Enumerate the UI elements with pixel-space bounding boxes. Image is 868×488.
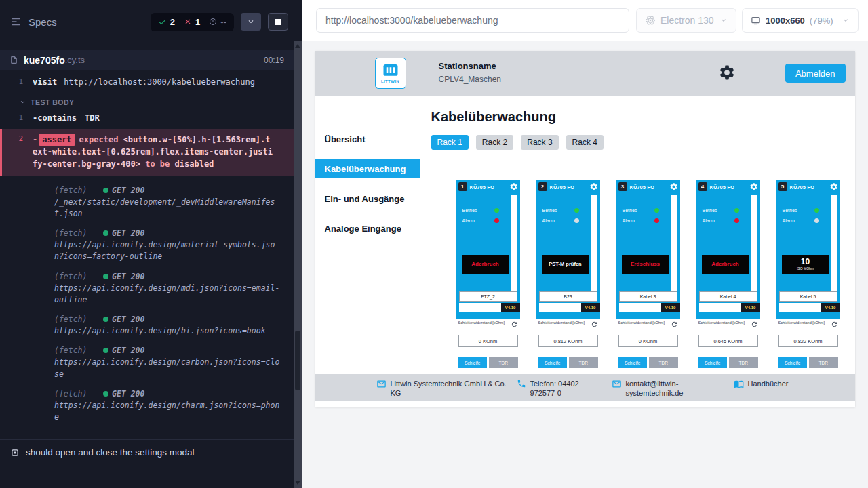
visit-command[interactable]: 1 visithttp://localhost:3000/kabelueberw… — [0, 75, 294, 90]
browser-name: Electron 130 — [660, 15, 714, 26]
fetch-entry[interactable]: (fetch)GET 200 https://api.iconify.desig… — [54, 314, 284, 337]
schleife-button[interactable]: Schleife — [458, 357, 488, 368]
level-bar — [591, 195, 597, 291]
fetch-status: GET 200 — [112, 272, 144, 281]
scroll-thumb[interactable] — [295, 331, 300, 390]
device-gear-icon[interactable] — [829, 182, 838, 191]
firmware-version: V4.19 — [581, 303, 600, 312]
logout-button[interactable]: Abmelden — [785, 64, 846, 83]
sidebar-item-ein-und-ausgaenge[interactable]: Ein- und Ausgänge — [315, 189, 420, 208]
rack-tabs: Rack 1 Rack 2 Rack 3 Rack 4 — [420, 125, 855, 150]
resistance-label: Schleifenwiderstand [kOhm] — [698, 321, 745, 325]
fetch-tag: (fetch) — [54, 228, 103, 238]
tdr-button[interactable]: TDR — [489, 357, 518, 368]
alarm-led — [574, 218, 579, 223]
betrieb-indicator: Betrieb — [783, 208, 819, 213]
line-number: 1 — [0, 113, 23, 124]
tab-rack-2[interactable]: Rack 2 — [476, 135, 513, 150]
tdr-button[interactable]: TDR — [729, 357, 758, 368]
specs-label[interactable]: Specs — [28, 16, 57, 28]
level-bar — [511, 195, 517, 291]
fetch-entry[interactable]: (fetch)GET 200 https://api.iconify.desig… — [54, 346, 284, 380]
status-dot-icon — [103, 348, 108, 353]
contains-command[interactable]: 1 -containsTDR — [0, 110, 294, 126]
device-gear-icon[interactable] — [509, 182, 518, 191]
schleife-button[interactable]: Schleife — [618, 357, 648, 368]
collapse-button[interactable] — [241, 13, 261, 30]
schleife-button[interactable]: Schleife — [778, 357, 808, 368]
tab-rack-1[interactable]: Rack 1 — [431, 135, 469, 150]
alarm-indicator: Alarm — [542, 218, 579, 223]
fetch-tag: (fetch) — [54, 346, 103, 355]
spec-duration: 00:19 — [264, 56, 284, 65]
fetch-entry[interactable]: (fetch)GET 200 https://api.iconify.desig… — [54, 272, 284, 306]
refresh-icon[interactable] — [831, 321, 838, 328]
scroll-up-arrow[interactable] — [295, 44, 300, 48]
device-card-2: 2 KÜ705-FO Betrieb Alarm PST-M prüfen B2… — [536, 180, 600, 374]
next-test-title: should open and close the settings modal — [26, 447, 194, 458]
refresh-icon[interactable] — [591, 321, 598, 328]
page-title: Kabelüberwachung — [420, 96, 855, 125]
refresh-icon[interactable] — [671, 321, 678, 328]
betrieb-indicator: Betrieb — [542, 208, 579, 213]
status-text: Aderbruch — [711, 261, 738, 267]
level-bar — [751, 195, 757, 291]
refresh-icon[interactable] — [751, 321, 758, 328]
firmware-version: V4.19 — [821, 303, 840, 312]
scroll-down-arrow[interactable] — [295, 481, 300, 485]
device-gear-icon[interactable] — [749, 182, 758, 191]
sidebar-item-kabelueberwachung[interactable]: Kabelüberwachung — [315, 159, 420, 178]
alarm-indicator: Alarm — [783, 218, 819, 223]
fetch-entry[interactable]: (fetch)GET 200 https://api.iconify.desig… — [54, 228, 284, 263]
reporter-scrollbar[interactable] — [294, 41, 302, 488]
viewport-size: 1000x660 — [766, 16, 805, 26]
assert-tobe: to be — [145, 159, 170, 169]
measurement-section: Schleifenwiderstand [kOhm] 0.812 KOhm Sc… — [536, 319, 600, 374]
browser-selector[interactable]: Electron 130 — [636, 8, 736, 33]
refresh-icon[interactable] — [511, 321, 518, 328]
line-number: 1 — [0, 77, 23, 88]
device-gear-icon[interactable] — [669, 182, 678, 191]
viewport-selector[interactable]: 1000x660 (79%) — [742, 8, 859, 33]
specs-menu-icon[interactable] — [9, 16, 22, 28]
command-name: visit — [33, 77, 57, 87]
resistance-label: Schleifenwiderstand [kOhm] — [778, 321, 825, 325]
betrieb-label: Betrieb — [462, 208, 477, 213]
spec-name[interactable]: kue705fo — [24, 55, 65, 66]
cypress-reporter-panel: Specs 2 1 -- kue705fo .cy — [0, 0, 302, 488]
resistance-label: Schleifenwiderstand [kOhm] — [618, 321, 665, 325]
schleife-button[interactable]: Schleife — [698, 357, 728, 368]
sidebar-item-uebersicht[interactable]: Übersicht — [315, 129, 420, 148]
fetch-status: GET 200 — [112, 186, 144, 195]
sidebar-item-analoge-eingaenge[interactable]: Analoge Eingänge — [315, 219, 420, 238]
device-gear-icon[interactable] — [589, 182, 598, 191]
schleife-button[interactable]: Schleife — [538, 357, 568, 368]
fetch-entry[interactable]: (fetch)GET 200 https://api.iconify.desig… — [54, 389, 284, 424]
tab-rack-3[interactable]: Rack 3 — [521, 135, 558, 150]
app-header: LITTWIN Stationsname CPLV4_Maschen Abmel… — [315, 51, 855, 96]
status-text: Aderbruch — [471, 261, 498, 267]
fetch-entry[interactable]: (fetch)GET 200 /_next/static/development… — [54, 186, 284, 220]
url-bar[interactable] — [316, 8, 629, 33]
stop-button[interactable] — [268, 13, 288, 30]
assert-expected: expected — [79, 135, 119, 144]
chevron-down-icon — [842, 16, 850, 24]
email-address: kontakt@littwin-systemtechnik.de — [626, 379, 705, 399]
viewport-zoom: (79%) — [810, 16, 833, 26]
status-display: Aderbruch — [462, 255, 509, 274]
test-body-section[interactable]: TEST BODY — [0, 90, 294, 110]
tab-rack-4[interactable]: Rack 4 — [566, 135, 604, 150]
app-footer: Littwin Systemtechnik GmbH & Co. KG Tele… — [315, 374, 855, 401]
tdr-button[interactable]: TDR — [649, 357, 678, 368]
version-row: V4.19 — [619, 303, 680, 312]
phone-number: Telefon: 04402 972577-0 — [530, 379, 591, 399]
tdr-button[interactable]: TDR — [569, 357, 598, 368]
failed-assert-entry[interactable]: 2 -assertexpected <button.w-[50%].h-[1.5… — [0, 129, 294, 176]
next-test-bar[interactable]: should open and close the settings modal — [0, 439, 294, 465]
alarm-indicator: Alarm — [623, 218, 659, 223]
settings-gear-icon[interactable] — [718, 64, 736, 81]
footer-manuals-link[interactable]: Handbücher — [734, 379, 822, 389]
alarm-label: Alarm — [783, 218, 795, 223]
electron-icon — [645, 15, 656, 26]
tdr-button[interactable]: TDR — [809, 357, 838, 368]
